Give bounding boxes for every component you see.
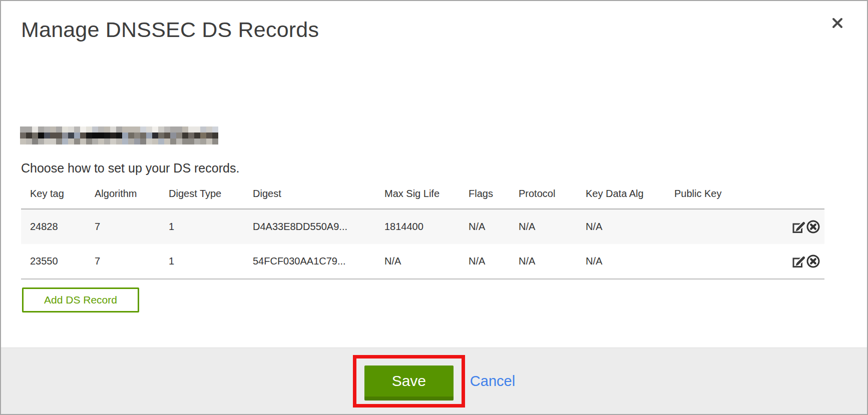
delete-icon [806, 228, 820, 236]
cell-max-sig-life: 1814400 [375, 209, 460, 244]
cell-algorithm: 7 [86, 244, 160, 279]
cell-digest-type: 1 [160, 244, 244, 279]
ds-records-table: Key tagAlgorithmDigest TypeDigestMax Sig… [21, 182, 824, 280]
table-header-row: Key tagAlgorithmDigest TypeDigestMax Sig… [21, 182, 824, 209]
delete-record-button[interactable] [806, 254, 820, 268]
red-annotation-box: Save [353, 355, 465, 408]
cell-digest: D4A33E8DD550A9... [244, 209, 375, 244]
cell-key-tag: 24828 [21, 209, 86, 244]
cell-flags: N/A [460, 244, 510, 279]
delete-icon [806, 262, 820, 270]
ds-record-row: 2482871D4A33E8DD550A9...1814400N/AN/AN/A [21, 209, 824, 244]
column-header-digest-type: Digest Type [160, 182, 244, 209]
column-header-max-sig-life: Max Sig Life [375, 182, 460, 209]
cell-key-tag: 23550 [21, 244, 86, 279]
column-header-public-key: Public Key [665, 182, 754, 209]
edit-record-button[interactable] [792, 220, 805, 234]
close-icon [830, 24, 845, 32]
ds-record-row: 235507154FCF030AA1C79...N/AN/AN/AN/A [21, 244, 824, 279]
row-actions [754, 244, 824, 279]
cell-algorithm: 7 [86, 209, 160, 244]
cell-flags: N/A [460, 209, 510, 244]
cell-public-key [665, 244, 754, 279]
row-actions [754, 209, 824, 244]
cell-digest-type: 1 [160, 209, 244, 244]
column-header-actions [754, 182, 824, 209]
edit-icon [792, 228, 805, 235]
column-header-key-tag: Key tag [21, 182, 86, 209]
edit-icon [792, 262, 805, 270]
column-header-protocol: Protocol [510, 182, 577, 209]
cell-public-key [665, 209, 754, 244]
add-ds-record-button[interactable]: Add DS Record [22, 288, 139, 312]
cell-max-sig-life: N/A [375, 244, 460, 279]
dialog-footer: Save Cancel [1, 348, 867, 414]
cancel-link[interactable]: Cancel [470, 373, 515, 390]
page-title: Manage DNSSEC DS Records [21, 18, 319, 42]
save-button[interactable]: Save [364, 366, 454, 400]
cell-key-data-alg: N/A [577, 209, 665, 244]
delete-record-button[interactable] [806, 220, 820, 234]
cell-digest: 54FCF030AA1C79... [244, 244, 375, 279]
cell-protocol: N/A [510, 209, 577, 244]
edit-record-button[interactable] [792, 254, 805, 268]
cell-protocol: N/A [510, 244, 577, 279]
column-header-algorithm: Algorithm [86, 182, 160, 209]
cell-key-data-alg: N/A [577, 244, 665, 279]
intro-text: Choose how to set up your DS records. [21, 161, 239, 176]
close-button[interactable] [829, 15, 846, 32]
column-header-flags: Flags [460, 182, 510, 209]
column-header-digest: Digest [244, 182, 375, 209]
redacted-domain-name [20, 126, 218, 144]
column-header-key-data-alg: Key Data Alg [577, 182, 665, 209]
